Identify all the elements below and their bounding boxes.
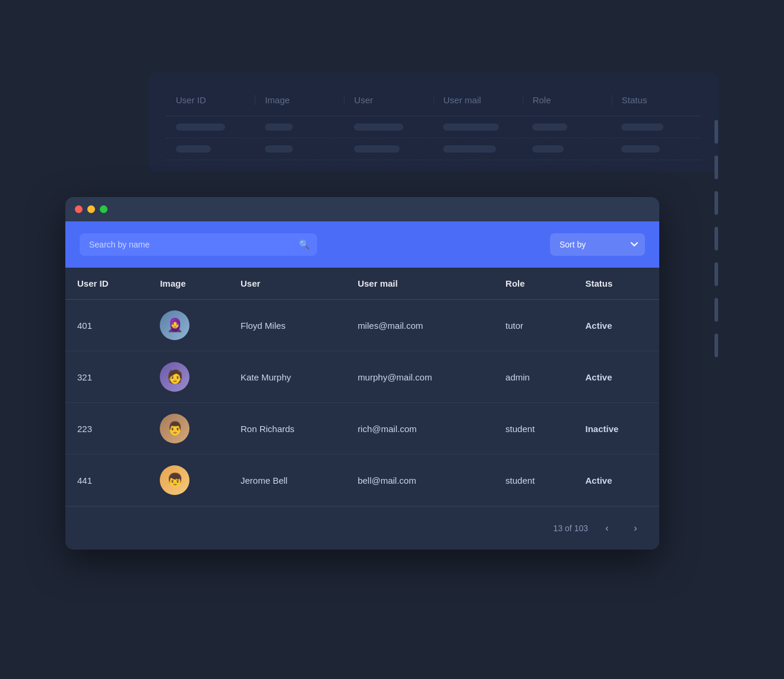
- scrollbar-thumb-4: [715, 227, 718, 250]
- cell-role: admin: [494, 351, 573, 403]
- table-header: User ID Image User User mail Role Status: [65, 268, 659, 300]
- scrollbar-thumb-2: [715, 156, 718, 179]
- cell-email: murphy@mail.com: [346, 351, 494, 403]
- pagination-next-button[interactable]: ›: [626, 519, 645, 538]
- bg-row-1: [166, 116, 701, 138]
- pagination-prev-button[interactable]: ‹: [598, 519, 617, 538]
- bg-col-user: User: [344, 95, 434, 105]
- table-header-row: User ID Image User User mail Role Status: [65, 268, 659, 300]
- cell-username: Jerome Bell: [229, 455, 346, 506]
- col-header-status: Status: [574, 268, 660, 300]
- scrollbar-thumb-7: [715, 334, 718, 357]
- cell-status: Active: [574, 351, 660, 403]
- scrollbar-track: [714, 120, 719, 535]
- minimize-button[interactable]: [87, 205, 95, 213]
- cell-image: 👦: [148, 455, 229, 506]
- scrollbar-thumb-3: [715, 191, 718, 215]
- table-row: 441 👦 Jerome Bell bell@mail.com student …: [65, 455, 659, 506]
- cell-username: Kate Murphy: [229, 351, 346, 403]
- cell-role: student: [494, 403, 573, 455]
- pagination: 13 of 103 ‹ ›: [65, 506, 659, 550]
- table-row: 321 🧑 Kate Murphy murphy@mail.com admin …: [65, 351, 659, 403]
- cell-username: Ron Richards: [229, 403, 346, 455]
- title-bar: [65, 197, 659, 221]
- filter-bar: 🔍 Sort by Name ID Role Status: [65, 221, 659, 268]
- cell-username: Floyd Miles: [229, 300, 346, 351]
- main-window: 🔍 Sort by Name ID Role Status User ID Im…: [65, 197, 659, 550]
- cell-image: 🧑: [148, 351, 229, 403]
- bg-col-role: Role: [523, 95, 612, 105]
- scrollbar-thumb-6: [715, 298, 718, 322]
- cell-userid: 321: [65, 351, 148, 403]
- cell-email: bell@mail.com: [346, 455, 494, 506]
- bg-row-2: [166, 138, 701, 160]
- avatar: 👨: [160, 414, 189, 443]
- cell-image: 🧕: [148, 300, 229, 351]
- table-body: 401 🧕 Floyd Miles miles@mail.com tutor A…: [65, 300, 659, 506]
- cell-image: 👨: [148, 403, 229, 455]
- bg-col-usermail: User mail: [434, 95, 523, 105]
- bg-table-header: User ID Image User User mail Role Status: [166, 84, 701, 116]
- cell-status: Active: [574, 455, 660, 506]
- cell-userid: 401: [65, 300, 148, 351]
- avatar-emoji: 👦: [167, 472, 183, 488]
- avatar-emoji: 🧑: [167, 369, 183, 385]
- col-header-usermail: User mail: [346, 268, 494, 300]
- search-input[interactable]: [80, 233, 317, 256]
- cell-role: tutor: [494, 300, 573, 351]
- bg-col-userid: User ID: [166, 95, 255, 105]
- bg-col-image: Image: [255, 95, 344, 105]
- col-header-user: User: [229, 268, 346, 300]
- cell-status: Inactive: [574, 403, 660, 455]
- table-row: 223 👨 Ron Richards rich@mail.com student…: [65, 403, 659, 455]
- cell-role: student: [494, 455, 573, 506]
- scrollbar-thumb-5: [715, 262, 718, 286]
- cell-email: rich@mail.com: [346, 403, 494, 455]
- scrollbar-thumb-1: [715, 120, 718, 144]
- close-button[interactable]: [75, 205, 83, 213]
- sort-select[interactable]: Sort by Name ID Role Status: [550, 233, 645, 256]
- cell-email: miles@mail.com: [346, 300, 494, 351]
- cell-userid: 441: [65, 455, 148, 506]
- col-header-userid: User ID: [65, 268, 148, 300]
- avatar: 🧑: [160, 362, 189, 392]
- data-table: User ID Image User User mail Role Status…: [65, 268, 659, 506]
- background-table: User ID Image User User mail Role Status: [148, 72, 719, 172]
- cell-userid: 223: [65, 403, 148, 455]
- pagination-info: 13 of 103: [554, 523, 588, 533]
- col-header-role: Role: [494, 268, 573, 300]
- maximize-button[interactable]: [100, 205, 108, 213]
- avatar: 👦: [160, 465, 189, 495]
- search-wrapper: 🔍: [80, 233, 317, 256]
- avatar: 🧕: [160, 310, 189, 340]
- avatar-emoji: 👨: [167, 421, 183, 436]
- table-row: 401 🧕 Floyd Miles miles@mail.com tutor A…: [65, 300, 659, 351]
- bg-col-status: Status: [612, 95, 701, 105]
- avatar-emoji: 🧕: [167, 318, 183, 333]
- cell-status: Active: [574, 300, 660, 351]
- col-header-image: Image: [148, 268, 229, 300]
- outer-window: User ID Image User User mail Role Status: [65, 72, 719, 607]
